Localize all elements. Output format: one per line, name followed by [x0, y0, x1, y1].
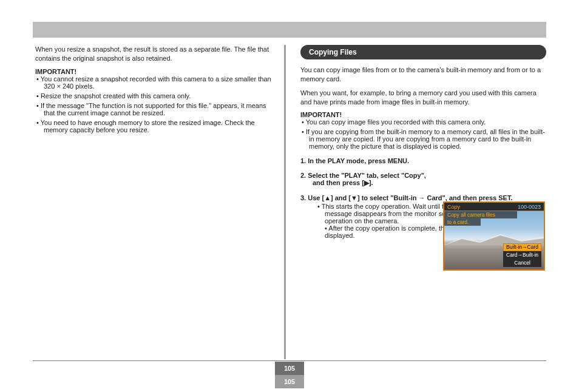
footer — [33, 360, 546, 361]
left-note-1: • Resize the snapshot created with this … — [35, 92, 272, 100]
step-3-title: Use [▲] and [▼] to select "Built-in → Ca… — [308, 194, 512, 201]
right-column: Copying Files You can copy image files f… — [286, 45, 546, 360]
important-label-left: IMPORTANT! — [35, 68, 272, 75]
right-note-1: • If you are copying from the built-in m… — [300, 128, 546, 150]
step-2: 2. Select the "PLAY" tab, select "Copy",… — [300, 172, 428, 187]
right-intro-1: You can copy image files from or to the … — [300, 66, 546, 84]
step-2-num: 2. — [300, 172, 306, 179]
camera-title: Copy — [447, 204, 460, 209]
step-1: 1. In the PLAY mode, press MENU. — [300, 157, 428, 164]
left-note-0: • You cannot resize a snapshot recorded … — [35, 75, 272, 90]
right-note-0: • You can copy image files you recorded … — [300, 118, 546, 126]
camera-menu-builtin-card: Built-in→Card — [503, 243, 541, 251]
right-intro-2: When you want, for example, to bring a m… — [300, 89, 546, 107]
camera-menu-cancel: Cancel — [503, 259, 541, 267]
step-3: 3. Use [▲] and [▼] to select "Built-in →… — [300, 194, 531, 201]
camera-menu: Built-in→Card Card→Built-in Cancel — [503, 243, 541, 267]
step-1-title: In the PLAY mode, press MENU. — [308, 157, 409, 164]
step-1-num: 1. — [300, 157, 306, 164]
top-header-bar — [33, 22, 546, 38]
camera-sub1: Copy all camera files — [444, 211, 517, 218]
camera-file-no: 100-0023 — [518, 204, 541, 209]
left-column: When you resize a snapshot, the result i… — [33, 45, 284, 360]
left-note-3: • You need to have enough memory to stor… — [35, 119, 272, 133]
step-2-title: Select the "PLAY" tab, select "Copy", an… — [308, 172, 426, 186]
camera-screenshot: Copy 100-0023 Copy all camera files to a… — [443, 201, 545, 271]
camera-sub2: to a card. — [444, 218, 481, 226]
important-label-right: IMPORTANT! — [300, 111, 546, 118]
page-number-top: 105 — [275, 362, 304, 375]
page-number-bottom: 105 — [275, 375, 304, 388]
left-intro: When you resize a snapshot, the result i… — [35, 45, 272, 63]
step-3-num: 3. — [300, 194, 306, 201]
camera-topbar: Copy 100-0023 — [444, 203, 544, 211]
section-header: Copying Files — [300, 45, 546, 59]
camera-menu-card-builtin: Card→Built-in — [503, 251, 541, 259]
left-note-2: • If the message "The function is not su… — [35, 102, 272, 117]
footer-rule — [33, 360, 546, 361]
